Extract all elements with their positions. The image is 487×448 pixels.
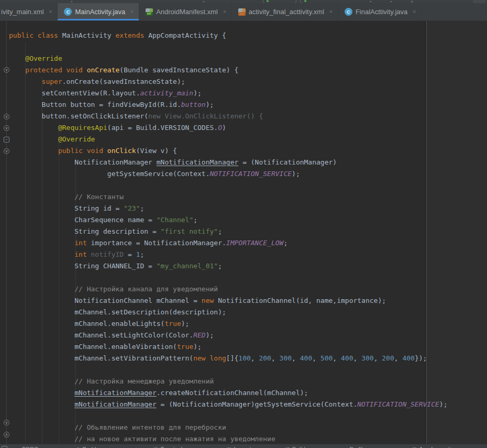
code-line: String id = "23"; (0, 203, 448, 214)
toolbar-icon[interactable] (411, 1, 412, 2)
tool-window-button-label: Logcat (234, 446, 251, 448)
tool-window-button-label: TODO (22, 446, 39, 448)
tool-window-button-label: Profiler (349, 446, 368, 448)
tab-MainActivity.java[interactable]: CMainActivity.java× (58, 3, 139, 20)
code-line: int importance = NotificationManager.IMP… (0, 237, 448, 249)
tab-label: AndroidManifest.xml (156, 8, 218, 16)
code-line: mNotificationManager.createNotificationC… (0, 387, 448, 399)
tab-ivity_main.xml[interactable]: ivity_main.xml× (0, 3, 58, 20)
tab-FinalActtivity.java[interactable]: CFinalActtivity.java× (338, 3, 422, 20)
toolbar-icon[interactable] (370, 1, 371, 2)
close-icon[interactable]: × (413, 9, 416, 15)
code-line: int notifyID = 1; (0, 249, 448, 260)
code-line: mChannel.setLightColor(Color.RED); (0, 330, 448, 341)
tool-window-button-label: Terminal (161, 446, 183, 448)
fold-marker-icon[interactable]: − (4, 137, 9, 143)
toolbar-icon[interactable] (203, 1, 204, 2)
code-line: mChannel.setVibrationPattern(new long[]{… (0, 353, 448, 364)
tool-window-bar: ≔TODO⊘Problems▣Terminal▤Logcat⚒Build◔Pro… (0, 444, 487, 448)
fold-marker-icon[interactable]: ∨ (4, 114, 9, 119)
code-text: public class MainActivity extends AppCom… (0, 30, 448, 444)
code-line: public class MainActivity extends AppCom… (0, 30, 448, 41)
code-line: public void onClick(View v) { (0, 145, 448, 157)
tab-label: ivity_main.xml (1, 8, 44, 16)
code-line: @Override (0, 53, 448, 64)
code-line: getSystemService(Context.NOTIFICATION_SE… (0, 168, 448, 180)
toolbar-icon[interactable] (71, 1, 72, 2)
code-line: setContentView(R.layout.activity_main); (0, 88, 448, 99)
code-line: // Константы (0, 191, 448, 203)
close-icon[interactable]: × (223, 9, 226, 15)
tab-label: FinalActtivity.java (356, 8, 407, 16)
code-line: NotificationManager mNotificationManager… (0, 157, 448, 168)
tool-window-button-label: Problems (83, 446, 107, 448)
close-icon[interactable]: × (130, 9, 134, 15)
editor-tab-bar: ivity_main.xml×CMainActivity.java×MFAndr… (0, 3, 487, 21)
code-line: String CHANNEL_ID = "my_channel_01"; (0, 260, 448, 272)
code-line: mChannel.enableLights(true); (0, 318, 448, 330)
android-studio-window: ivity_main.xml×CMainActivity.java×MFAndr… (0, 0, 487, 448)
tool-window-button-profiler[interactable]: ◔Profiler (344, 446, 368, 448)
code-line: // на новое активити после нажатия на ув… (0, 433, 448, 444)
code-line: CharSequence name = "Channel"; (0, 214, 448, 226)
device-status-icon (304, 0, 306, 2)
code-line: protected void onCreate(Bundle savedInst… (0, 64, 448, 76)
code-line: mNotificationManager = (NotificationMana… (0, 399, 448, 410)
toolbar-icon[interactable] (391, 1, 392, 2)
code-line: super.onCreate(savedInstanceState); (0, 76, 448, 88)
code-line: // Обьявление интентов для переброски (0, 422, 448, 433)
layout-xml-icon: ·· (238, 8, 246, 16)
tool-window-button-app-inspection[interactable]: ▦App Inspection (412, 446, 457, 448)
tool-window-button-label: Build (292, 446, 305, 448)
code-editor[interactable]: public class MainActivity extends AppCom… (0, 21, 487, 444)
code-line (0, 272, 448, 283)
code-line: @RequiresApi(api = Build.VERSION_CODES.O… (0, 122, 448, 134)
code-line: // Настройка канала для уведомлений (0, 283, 448, 295)
close-icon[interactable]: × (49, 9, 52, 15)
code-line: button.setOnClickListener(new View.OnCli… (0, 111, 448, 122)
close-icon[interactable]: × (329, 9, 333, 15)
tool-window-button-build[interactable]: ⚒Build (285, 446, 305, 448)
tool-window-button-todo[interactable]: ≔TODO (15, 446, 39, 448)
code-line: // Настройка менеджера уведомлений (0, 376, 448, 387)
tab-AndroidManifest.xml[interactable]: MFAndroidManifest.xml× (139, 3, 232, 20)
code-line (0, 410, 448, 422)
code-line: @Override (0, 134, 448, 145)
tab-label: MainActivity.java (75, 8, 125, 16)
code-line (0, 180, 448, 191)
java-class-icon: C (64, 8, 72, 16)
run-icon[interactable] (267, 0, 269, 2)
fold-marker-icon[interactable]: ∧ (4, 432, 9, 438)
code-line: String description = "first notify"; (0, 226, 448, 237)
tab-activity_final_acttivity.xml[interactable]: ··activity_final_acttivity.xml× (232, 3, 338, 20)
tool-window-button-terminal[interactable]: ▣Terminal (153, 446, 182, 448)
fold-marker-icon[interactable]: ∨ (4, 420, 9, 425)
manifest-file-icon: MF (146, 8, 153, 16)
tool-window-button-problems[interactable]: ⊘Problems (76, 446, 107, 448)
java-class-icon: C (345, 8, 352, 16)
code-line: mChannel.enableVibration(true); (0, 341, 448, 353)
fold-marker-icon[interactable]: ∨ (4, 67, 9, 73)
tool-window-button-label: App Inspection (419, 446, 458, 448)
code-line: NotificationChannel mChannel = new Notif… (0, 295, 448, 307)
code-line: mChannel.setDescription(description); (0, 307, 448, 318)
tab-label: activity_final_acttivity.xml (249, 8, 324, 16)
code-line (0, 41, 448, 53)
code-line: Button button = findViewById(R.id.button… (0, 99, 448, 111)
fold-marker-icon[interactable]: ∨ (4, 125, 9, 131)
tool-window-switcher-icon[interactable] (2, 446, 7, 448)
code-line (0, 364, 448, 376)
tool-window-button-logcat[interactable]: ▤Logcat (227, 446, 251, 448)
fold-marker-icon[interactable]: ∨ (4, 148, 9, 154)
